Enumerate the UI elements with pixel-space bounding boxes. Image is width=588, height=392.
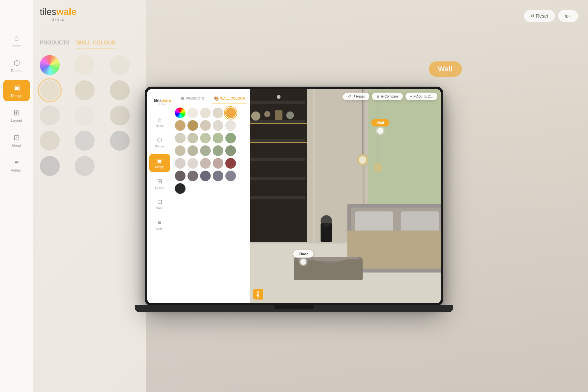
- tab-products[interactable]: ⊞ PRODUCTS: [175, 94, 210, 104]
- color-swatch-r1-selected[interactable]: [225, 108, 236, 118]
- color-swatch-r3-2[interactable]: [187, 133, 198, 143]
- color-swatch-r3-5[interactable]: [225, 133, 236, 143]
- outer-top-right-buttons: ↺ Reset ⊕+: [524, 10, 578, 22]
- outer-nav-grout[interactable]: ⊡ Grout: [3, 129, 30, 151]
- outer-reset-button[interactable]: ↺ Reset: [524, 10, 554, 22]
- room-compare-button[interactable]: ⊕ ⊕ Compare: [372, 93, 403, 100]
- color-swatch-r1-2[interactable]: [200, 108, 211, 118]
- svg-rect-12: [313, 89, 315, 242]
- outer-swatch-3: [75, 80, 95, 100]
- products-tab-label: PRODUCTS: [185, 97, 204, 100]
- inner-nav-layout[interactable]: ⊞ Layout: [149, 174, 170, 193]
- add-icon: +: [410, 95, 412, 98]
- room-add-button[interactable]: + + Add To C...: [405, 93, 437, 100]
- outer-logo-group: Group: [40, 17, 77, 21]
- inner-nav-home[interactable]: ⌂ Home: [149, 113, 170, 131]
- color-swatch-r4-1[interactable]: [175, 145, 185, 156]
- color-swatch-r2-4[interactable]: [213, 120, 223, 131]
- svg-point-23: [373, 163, 383, 172]
- palette-row-5: [175, 158, 247, 169]
- view-button[interactable]: view: [253, 289, 263, 300]
- outer-nav-rooms[interactable]: ⬡ Rooms: [3, 55, 30, 76]
- color-swatch-r4-3[interactable]: [200, 145, 211, 156]
- outer-nav-home[interactable]: ⌂ Home: [3, 30, 30, 51]
- floor-hotspot[interactable]: Floor: [293, 250, 313, 265]
- inner-nav-grout[interactable]: ⊡ Grout: [149, 195, 170, 213]
- outer-rainbow-swatch: [40, 55, 60, 75]
- outer-tab-products: PRODUCTS: [40, 40, 70, 48]
- color-swatch-rainbow[interactable]: [175, 108, 185, 118]
- outer-nav-home-label: Home: [12, 44, 21, 48]
- svg-point-17: [277, 95, 281, 99]
- svg-point-34: [286, 111, 294, 119]
- color-swatch-r4-2[interactable]: [187, 145, 198, 156]
- color-swatch-r5-2[interactable]: [187, 158, 198, 169]
- svg-point-36: [321, 215, 332, 227]
- outer-nav-rooms-label: Rooms: [11, 69, 23, 73]
- wall-hotspot[interactable]: Wall: [371, 119, 389, 134]
- color-swatch-r4-4[interactable]: [213, 145, 223, 156]
- color-swatch-r5-4[interactable]: [213, 158, 223, 169]
- laptop-notch: [274, 305, 314, 309]
- compare-label: ⊕ Compare: [381, 95, 398, 98]
- color-swatch-r2-3[interactable]: [200, 120, 211, 131]
- color-swatch-r4-5[interactable]: [225, 145, 236, 156]
- color-swatch-r7-1[interactable]: [175, 183, 185, 194]
- outer-swatch-10: [110, 131, 130, 151]
- inner-layout-icon: ⊞: [157, 178, 162, 185]
- outer-nav-layout[interactable]: ⊞ Layout: [3, 105, 30, 126]
- color-swatch-r5-1[interactable]: [175, 158, 185, 169]
- inner-home-label: Home: [156, 124, 164, 127]
- bg-wall-label: Wall: [429, 61, 462, 77]
- color-swatch-r6-3[interactable]: [200, 171, 211, 181]
- inner-nav-pattern[interactable]: ≡ Pattern: [149, 215, 170, 234]
- inner-nav-design[interactable]: ▣ Design: [149, 154, 170, 172]
- wall-colour-tab-icon: 🎨: [214, 96, 219, 101]
- outer-swatch-5: [40, 106, 60, 125]
- outer-compare-button[interactable]: ⊕+: [558, 10, 578, 22]
- color-swatch-r6-1[interactable]: [175, 171, 185, 181]
- color-swatch-r6-4[interactable]: [213, 171, 223, 181]
- svg-rect-8: [250, 123, 307, 124]
- room-topbar: ↺ ↺ Reset ⊕ ⊕ Compare + + Add To C...: [343, 93, 437, 100]
- color-swatch-r2-5[interactable]: [225, 120, 236, 131]
- products-tab-icon: ⊞: [181, 96, 184, 101]
- middle-panel: ⊞ PRODUCTS 🎨 WALL COLOUR: [172, 89, 250, 303]
- outer-swatch-selected: [40, 80, 60, 100]
- palette-row-3: [175, 133, 247, 143]
- floor-hotspot-label: Floor: [293, 250, 313, 258]
- color-swatch-r1-3[interactable]: [213, 108, 223, 118]
- outer-color-panel: PRODUCTS WALL COLOUR: [33, 40, 146, 176]
- color-swatch-r5-5[interactable]: [225, 158, 236, 169]
- svg-rect-6: [250, 177, 305, 180]
- color-swatch-r3-4[interactable]: [213, 133, 223, 143]
- laptop-container: tileswale Group ⌂ Home ⬡ Rooms ▣: [145, 87, 443, 306]
- outer-header: tileswale Group: [40, 7, 77, 21]
- color-swatch-r2-2[interactable]: [187, 120, 198, 131]
- rooms-icon: ⬡: [14, 59, 20, 67]
- color-swatch-r1-1[interactable]: [187, 108, 198, 118]
- inner-nav-rooms[interactable]: ⬡ Rooms: [149, 133, 170, 152]
- room-reset-button[interactable]: ↺ ↺ Reset: [343, 93, 369, 100]
- inner-layout-label: Layout: [155, 186, 164, 189]
- add-label: + Add To C...: [414, 95, 433, 98]
- room-view: ↺ ↺ Reset ⊕ ⊕ Compare + + Add To C...: [250, 89, 441, 303]
- color-swatch-r3-3[interactable]: [200, 133, 211, 143]
- color-swatch-r6-5[interactable]: [225, 171, 236, 181]
- palette-row-4: [175, 145, 247, 156]
- outer-nav-pattern[interactable]: ≡ Pattern: [3, 154, 30, 176]
- palette-row-1: [175, 108, 247, 118]
- color-swatch-r3-1[interactable]: [175, 133, 185, 143]
- color-swatch-r5-3[interactable]: [200, 158, 211, 169]
- tab-wall-colour[interactable]: 🎨 WALL COLOUR: [212, 94, 247, 104]
- middle-tabs: ⊞ PRODUCTS 🎨 WALL COLOUR: [172, 89, 250, 104]
- outer-nav-design[interactable]: ▣ Design: [3, 80, 30, 101]
- color-swatch-r6-2[interactable]: [187, 171, 198, 181]
- outer-nav-grout-label: Grout: [12, 143, 21, 147]
- inner-rooms-label: Rooms: [155, 145, 165, 148]
- reset-label: ↺ Reset: [352, 95, 365, 98]
- outer-nav-layout-label: Layout: [11, 118, 22, 122]
- outer-tabs: PRODUCTS WALL COLOUR: [33, 40, 146, 48]
- outer-swatch-7: [110, 106, 130, 125]
- color-swatch-r2-1[interactable]: [175, 120, 185, 131]
